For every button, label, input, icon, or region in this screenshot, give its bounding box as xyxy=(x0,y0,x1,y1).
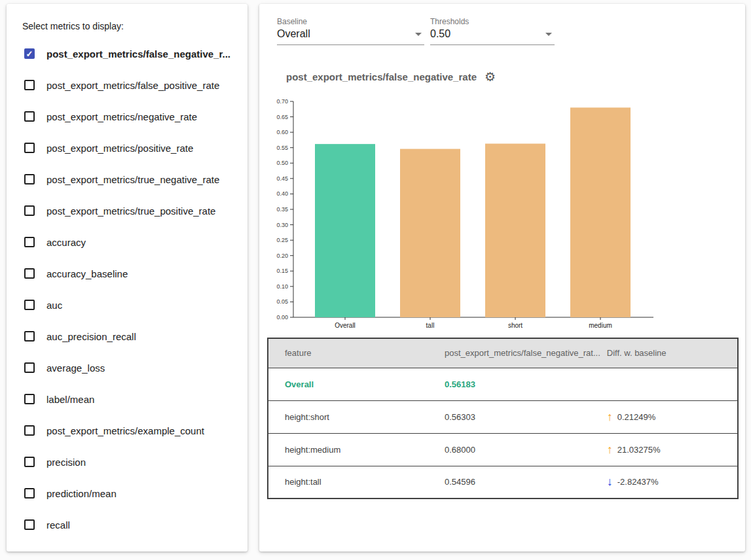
baseline-label: Baseline xyxy=(277,17,424,26)
axis-tick-label: 0.35 xyxy=(276,206,288,213)
baseline-select[interactable]: Baseline Overall xyxy=(277,17,424,45)
metric-checkbox-item[interactable]: average_loss xyxy=(7,352,247,383)
axis-tick-label: 0.70 xyxy=(276,98,288,105)
metric-label: post_export_metrics/true_positive_rate xyxy=(46,205,215,217)
metric-value-cell: 0.68000 xyxy=(428,433,600,466)
checkbox-unchecked-icon[interactable] xyxy=(24,425,35,436)
up-arrow-icon: ↑ xyxy=(607,443,613,456)
checkbox-unchecked-icon[interactable] xyxy=(24,394,35,404)
checkbox-unchecked-icon[interactable] xyxy=(24,111,35,122)
chart-title: post_export_metrics/false_negative_rate xyxy=(286,71,477,82)
checkbox-unchecked-icon[interactable] xyxy=(24,80,35,90)
up-arrow-icon: ↑ xyxy=(607,410,613,423)
table-body: Overall0.56183height:short0.56303↑0.2124… xyxy=(268,368,738,499)
chevron-down-icon xyxy=(415,33,422,36)
metric-checkbox-item[interactable]: prediction/mean xyxy=(7,478,247,509)
axis-tick-label: 0.30 xyxy=(276,222,288,228)
axis-tick-label: 0.05 xyxy=(276,298,288,305)
diff-value: 0.21249% xyxy=(617,412,656,422)
feature-cell: height:tall xyxy=(268,466,428,499)
axis-tick-label: 0.40 xyxy=(276,190,288,197)
table-row: height:medium0.68000↑21.03275% xyxy=(268,433,738,466)
checkbox-unchecked-icon[interactable] xyxy=(24,174,35,184)
settings-gear-icon[interactable]: ⚙ xyxy=(485,71,496,83)
axis-tick-label: 0.65 xyxy=(276,114,288,120)
axis-tick-label: short xyxy=(508,322,522,329)
metric-checkbox-item[interactable]: recall xyxy=(7,509,247,540)
metric-label: post_export_metrics/negative_rate xyxy=(46,111,197,122)
feature-cell: height:medium xyxy=(268,433,428,466)
metric-checkbox-item[interactable]: accuracy_baseline xyxy=(7,258,247,289)
metric-value-cell: 0.54596 xyxy=(428,466,600,499)
col-header-diff: Diff. w. baseline xyxy=(600,338,738,368)
axis-tick-label: 0.15 xyxy=(276,268,288,274)
axis-tick-label: 0.55 xyxy=(276,145,288,151)
metric-label: post_export_metrics/false_negative_r... xyxy=(46,48,230,60)
bar-medium[interactable] xyxy=(570,107,631,317)
diff-value: 21.03275% xyxy=(617,445,661,455)
diff-cell: ↑0.21249% xyxy=(600,400,738,433)
metric-checkbox-item[interactable]: ✓post_export_metrics/false_negative_r... xyxy=(7,38,247,69)
thresholds-select[interactable]: Thresholds 0.50 xyxy=(430,17,555,45)
metric-label: post_export_metrics/example_count xyxy=(46,425,204,436)
metric-checkbox-item[interactable]: auc xyxy=(7,289,247,321)
metric-select-title: Select metrics to display: xyxy=(22,21,247,31)
metric-label: accuracy_baseline xyxy=(46,268,128,279)
checkbox-checked-icon[interactable]: ✓ xyxy=(24,48,35,59)
metric-label: auc xyxy=(46,300,62,311)
checkbox-unchecked-icon[interactable] xyxy=(24,300,35,310)
metric-checkbox-item[interactable]: post_export_metrics/true_negative_rate xyxy=(7,164,247,195)
metric-label: average_loss xyxy=(46,362,105,374)
metric-label: post_export_metrics/positive_rate xyxy=(46,143,193,154)
table-header-row: feature post_export_metrics/false_negati… xyxy=(268,338,738,368)
metric-checkbox-item[interactable]: precision xyxy=(7,446,247,478)
table-row: height:short0.56303↑0.21249% xyxy=(268,400,738,433)
checkbox-unchecked-icon[interactable] xyxy=(24,457,35,467)
bar-tall[interactable] xyxy=(400,149,460,317)
metric-checkbox-item[interactable]: post_export_metrics/example_count xyxy=(7,415,247,446)
axis-tick-label: medium xyxy=(589,322,612,329)
feature-cell: Overall xyxy=(268,368,428,400)
feature-cell: height:short xyxy=(268,400,428,433)
chevron-down-icon xyxy=(545,33,552,36)
checkbox-unchecked-icon[interactable] xyxy=(24,143,35,153)
checkbox-unchecked-icon[interactable] xyxy=(24,519,35,530)
checkbox-unchecked-icon[interactable] xyxy=(24,488,35,499)
metric-label: auc_precision_recall xyxy=(46,331,136,342)
fairness-results-panel: Baseline Overall Thresholds 0.50 post_ex… xyxy=(259,4,745,551)
metric-checkbox-item[interactable]: label/mean xyxy=(7,383,247,415)
bar-chart: 0.000.050.100.150.200.250.300.350.400.45… xyxy=(275,97,672,334)
table-row: Overall0.56183 xyxy=(268,368,738,400)
axis-tick-label: 0.25 xyxy=(276,237,288,243)
checkbox-unchecked-icon[interactable] xyxy=(24,268,35,279)
metrics-table: feature post_export_metrics/false_negati… xyxy=(267,338,739,499)
diff-cell xyxy=(600,368,738,400)
metric-checkbox-item[interactable]: post_export_metrics/true_positive_rate xyxy=(7,195,247,226)
metric-value-cell: 0.56183 xyxy=(428,368,600,400)
table-row: height:tall0.54596↓-2.82437% xyxy=(268,466,738,499)
checkbox-unchecked-icon[interactable] xyxy=(24,362,35,373)
baseline-value: Overall xyxy=(277,28,310,40)
checkbox-unchecked-icon[interactable] xyxy=(24,237,35,247)
metric-value-cell: 0.56303 xyxy=(428,400,600,433)
metrics-list: ✓post_export_metrics/false_negative_r...… xyxy=(7,38,247,540)
axis-tick-label: tall xyxy=(426,322,435,329)
bar-Overall[interactable] xyxy=(315,144,375,317)
metric-checkbox-item[interactable]: post_export_metrics/positive_rate xyxy=(7,132,247,164)
metric-label: recall xyxy=(46,519,70,531)
down-arrow-icon: ↓ xyxy=(607,475,613,488)
checkbox-unchecked-icon[interactable] xyxy=(24,205,35,216)
thresholds-value: 0.50 xyxy=(430,28,450,40)
checkbox-unchecked-icon[interactable] xyxy=(24,331,35,341)
axis-tick-label: Overall xyxy=(335,322,356,329)
metric-checkbox-item[interactable]: post_export_metrics/false_positive_rate xyxy=(7,69,247,101)
axis-tick-label: 0.00 xyxy=(276,314,288,321)
metric-checkbox-item[interactable]: accuracy xyxy=(7,226,247,258)
axis-tick-label: 0.20 xyxy=(276,253,288,259)
metric-checkbox-item[interactable]: post_export_metrics/negative_rate xyxy=(7,101,247,132)
col-header-feature: feature xyxy=(268,338,428,368)
axis-tick-label: 0.45 xyxy=(276,175,288,182)
metric-checkbox-item[interactable]: auc_precision_recall xyxy=(7,321,247,352)
bar-short[interactable] xyxy=(485,144,545,317)
metric-select-panel: Select metrics to display: ✓post_export_… xyxy=(7,4,247,551)
